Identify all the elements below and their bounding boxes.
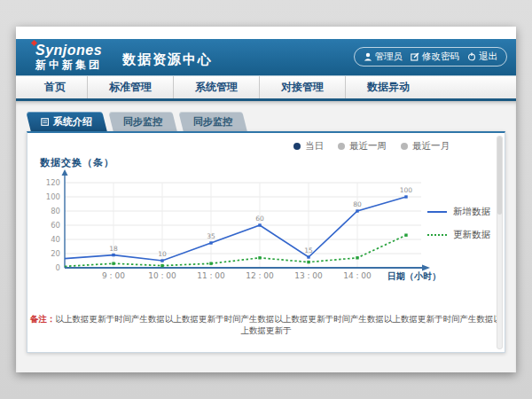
nav-item-interface-mgmt[interactable]: 对接管理 bbox=[259, 76, 345, 98]
svg-text:10: 10 bbox=[158, 250, 167, 258]
svg-text:0: 0 bbox=[56, 263, 60, 272]
svg-text:10 : 00: 10 : 00 bbox=[148, 271, 176, 280]
svg-text:14 : 00: 14 : 00 bbox=[343, 271, 372, 280]
svg-text:60: 60 bbox=[51, 221, 60, 230]
nav-item-standard-mgmt[interactable]: 标准管理 bbox=[87, 76, 173, 98]
legend-label: 新增数据 bbox=[453, 206, 490, 218]
tab-sync-monitor-2[interactable]: 同步监控 bbox=[178, 112, 246, 131]
svg-text:日期（小时）: 日期（小时） bbox=[387, 271, 441, 281]
admin-user-label: 管理员 bbox=[375, 51, 403, 63]
svg-text:100: 100 bbox=[46, 192, 60, 201]
logo-text-en: Synjones bbox=[35, 43, 102, 59]
svg-text:15: 15 bbox=[304, 246, 313, 254]
nav-item-data-change[interactable]: 数据异动 bbox=[345, 76, 431, 98]
svg-text:40: 40 bbox=[51, 235, 60, 244]
footnote-label: 备注： bbox=[30, 314, 56, 324]
user-toolbar: 管理员 修改密码 退出 bbox=[354, 47, 508, 66]
radio-today[interactable]: 当日 bbox=[293, 140, 324, 153]
app-header: Synjones 新中新集团 数据资源中心 管理员 修改密码 bbox=[16, 39, 516, 75]
solid-line-swatch-icon bbox=[427, 211, 447, 213]
chart-y-axis-title: 数据交换（条） bbox=[40, 156, 114, 169]
radio-last-week[interactable]: 最近一周 bbox=[338, 140, 387, 153]
svg-text:12 : 00: 12 : 00 bbox=[246, 271, 274, 280]
radio-dot-icon bbox=[338, 143, 345, 150]
page-title: 数据资源中心 bbox=[122, 51, 213, 68]
svg-text:9 : 00: 9 : 00 bbox=[102, 271, 125, 280]
radio-label: 当日 bbox=[305, 140, 324, 153]
svg-text:20: 20 bbox=[51, 249, 60, 258]
panel-scrollbar[interactable] bbox=[497, 136, 503, 349]
footnote-text: 以上数据更新于时间产生数据以上数据更新于时间产生数据以上数据更新于时间产生数据以… bbox=[56, 314, 503, 335]
footnote: 备注：以上数据更新于时间产生数据以上数据更新于时间产生数据以上数据更新于时间产生… bbox=[27, 314, 505, 337]
tab-system-intro[interactable]: 系统介绍 bbox=[26, 112, 106, 131]
line-chart: 0204060801001209 : 0010 : 0011 : 0012 : … bbox=[35, 168, 442, 293]
logout-label: 退出 bbox=[479, 51, 497, 63]
legend-label: 更新数据 bbox=[453, 229, 490, 241]
svg-text:80: 80 bbox=[353, 200, 362, 208]
svg-text:18: 18 bbox=[109, 245, 118, 253]
radio-label: 最近一月 bbox=[412, 140, 450, 153]
scrollbar-thumb[interactable] bbox=[497, 137, 502, 215]
svg-text:100: 100 bbox=[400, 186, 413, 194]
svg-text:35: 35 bbox=[207, 232, 215, 240]
logout-button[interactable]: 退出 bbox=[467, 51, 497, 63]
logo-text-cn: 新中新集团 bbox=[35, 58, 102, 73]
svg-text:60: 60 bbox=[255, 215, 264, 223]
tab-sync-monitor-1[interactable]: 同步监控 bbox=[108, 112, 176, 131]
edit-icon bbox=[411, 52, 419, 61]
nav-item-system-mgmt[interactable]: 系统管理 bbox=[173, 76, 259, 98]
change-password-button[interactable]: 修改密码 bbox=[411, 51, 459, 63]
document-icon bbox=[41, 116, 49, 127]
radio-last-month[interactable]: 最近一月 bbox=[401, 140, 450, 153]
chart-container: 0204060801001209 : 0010 : 0011 : 0012 : … bbox=[35, 168, 442, 293]
svg-text:13 : 00: 13 : 00 bbox=[294, 271, 323, 280]
main-nav: 首页 标准管理 系统管理 对接管理 数据异动 bbox=[16, 75, 516, 98]
change-password-label: 修改密码 bbox=[422, 51, 459, 63]
legend-item-updated-data[interactable]: 更新数据 bbox=[427, 229, 490, 241]
content-area: 系统介绍 同步监控 同步监控 当日 bbox=[16, 101, 516, 372]
tab-label: 同步监控 bbox=[193, 115, 232, 129]
tab-label: 系统介绍 bbox=[53, 115, 92, 129]
chart-panel: 当日 最近一周 最近一月 数据交换（条） 0204060801001209 : … bbox=[27, 131, 505, 353]
range-filter: 当日 最近一周 最近一月 bbox=[293, 140, 450, 153]
legend-item-new-data[interactable]: 新增数据 bbox=[427, 206, 490, 218]
nav-item-home[interactable]: 首页 bbox=[23, 76, 87, 98]
desktop-background: Synjones 新中新集团 数据资源中心 管理员 修改密码 bbox=[0, 0, 532, 399]
svg-text:11 : 00: 11 : 00 bbox=[197, 271, 225, 280]
admin-user-button[interactable]: 管理员 bbox=[364, 51, 403, 63]
chart-legend: 新增数据 更新数据 bbox=[427, 206, 490, 241]
tab-bar: 系统介绍 同步监控 同步监控 bbox=[28, 112, 245, 131]
power-icon bbox=[467, 52, 476, 61]
company-logo: Synjones 新中新集团 bbox=[35, 43, 102, 73]
tab-label: 同步监控 bbox=[123, 115, 162, 129]
radio-dot-icon bbox=[401, 143, 408, 150]
radio-dot-icon bbox=[293, 143, 301, 150]
svg-text:120: 120 bbox=[46, 178, 60, 187]
browser-page: Synjones 新中新集团 数据资源中心 管理员 修改密码 bbox=[16, 27, 516, 372]
svg-text:80: 80 bbox=[51, 207, 60, 215]
user-icon bbox=[364, 52, 372, 61]
radio-label: 最近一周 bbox=[349, 140, 387, 153]
dotted-line-swatch-icon bbox=[427, 234, 447, 236]
